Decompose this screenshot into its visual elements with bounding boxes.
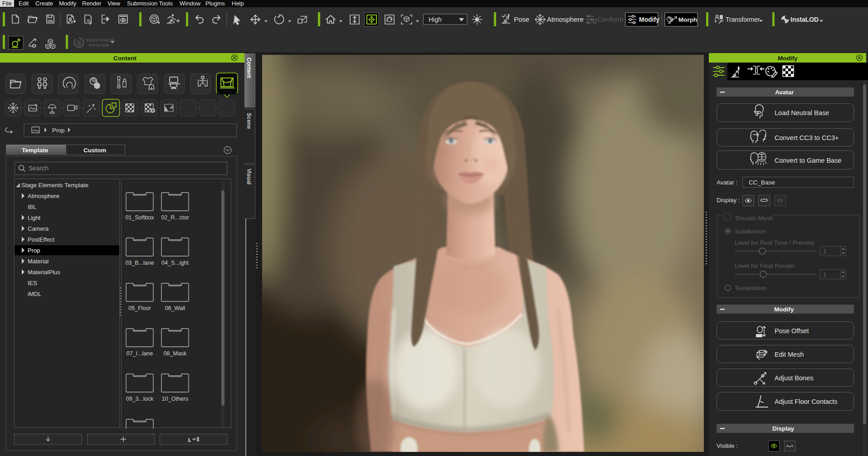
svg-text:Search: Search <box>29 165 49 172</box>
svg-text:Atmosphere: Atmosphere <box>547 15 584 23</box>
svg-text:Morph: Morph <box>678 16 697 23</box>
svg-text:Light: Light <box>28 214 41 221</box>
svg-text:Custom: Custom <box>83 147 106 154</box>
svg-text:Modify: Modify <box>639 16 659 23</box>
svg-text:Load Neutral Base: Load Neutral Base <box>775 109 829 116</box>
svg-text:Modify: Modify <box>778 55 798 62</box>
svg-text:06_Wall: 06_Wall <box>165 305 185 311</box>
svg-text:High: High <box>429 16 442 23</box>
svg-text:Content: Content <box>113 55 137 62</box>
svg-text:S: S <box>77 39 81 47</box>
svg-text:IC: IC <box>87 19 90 22</box>
svg-text:Subdivision: Subdivision <box>735 228 766 235</box>
svg-text:Display :: Display : <box>717 197 740 204</box>
svg-text:1: 1 <box>823 271 826 278</box>
svg-text:01_Softbox: 01_Softbox <box>125 214 154 221</box>
svg-text:Smooth Mesh: Smooth Mesh <box>735 215 773 222</box>
svg-text:Level for Final Render: Level for Final Render <box>735 262 795 269</box>
svg-text:Conform: Conform <box>597 15 624 23</box>
svg-text:08_Mask: 08_Mask <box>164 350 187 357</box>
svg-text:Prop: Prop <box>52 127 64 134</box>
svg-text:09_3...lock: 09_3...lock <box>126 396 154 402</box>
svg-text:Camera: Camera <box>28 225 49 232</box>
svg-text:10_Others: 10_Others <box>162 396 188 402</box>
svg-text:Adjust Bones: Adjust Bones <box>775 374 813 382</box>
svg-text:Tessellation: Tessellation <box>735 285 767 291</box>
svg-text:Template: Template <box>22 147 49 154</box>
svg-text:Avatar :: Avatar : <box>717 179 737 186</box>
svg-text:Modify: Modify <box>774 306 794 313</box>
svg-text:SUBSTANCE: SUBSTANCE <box>86 38 114 43</box>
svg-text:CC_Base: CC_Base <box>749 179 775 186</box>
svg-text:iMDL: iMDL <box>28 291 41 297</box>
svg-text:Avatar: Avatar <box>775 89 794 96</box>
svg-text:1: 1 <box>823 248 826 255</box>
svg-text:Pose: Pose <box>514 15 529 23</box>
svg-text:04_S...ight: 04_S...ight <box>161 260 189 266</box>
svg-text:Atmosphere: Atmosphere <box>28 193 59 199</box>
svg-text:Level for Real Time / Preview: Level for Real Time / Preview <box>735 239 814 246</box>
svg-text:03_B...lane: 03_B...lane <box>125 260 154 266</box>
svg-text:Convert to Game Base: Convert to Game Base <box>775 157 842 164</box>
svg-text:Stage Elements Template: Stage Elements Template <box>21 182 88 189</box>
svg-text:Adjust Floor Contacts: Adjust Floor Contacts <box>775 398 838 405</box>
svg-text:Material: Material <box>28 258 49 265</box>
svg-text:07_I...lane: 07_I...lane <box>127 350 153 357</box>
svg-text:Display: Display <box>772 425 795 432</box>
svg-text:Transformer: Transformer <box>726 16 760 23</box>
svg-text:Convert CC3 to CC3+: Convert CC3 to CC3+ <box>775 134 839 141</box>
svg-text:Visible :: Visible : <box>717 442 738 449</box>
svg-text:IES: IES <box>28 280 37 286</box>
svg-text:PAINTER: PAINTER <box>89 43 109 48</box>
svg-text:Pose Offset: Pose Offset <box>775 327 809 335</box>
svg-text:IBL: IBL <box>28 204 37 210</box>
svg-text:MaterialPlus: MaterialPlus <box>28 269 60 276</box>
svg-text:02_R...ctor: 02_R...ctor <box>161 214 189 221</box>
svg-text:Edit Mesh: Edit Mesh <box>775 351 804 358</box>
svg-text:PostEffect: PostEffect <box>28 236 54 243</box>
svg-text:InstaLOD: InstaLOD <box>790 16 819 23</box>
svg-text:Prop: Prop <box>28 247 40 254</box>
svg-text:05_Floor: 05_Floor <box>128 305 151 311</box>
